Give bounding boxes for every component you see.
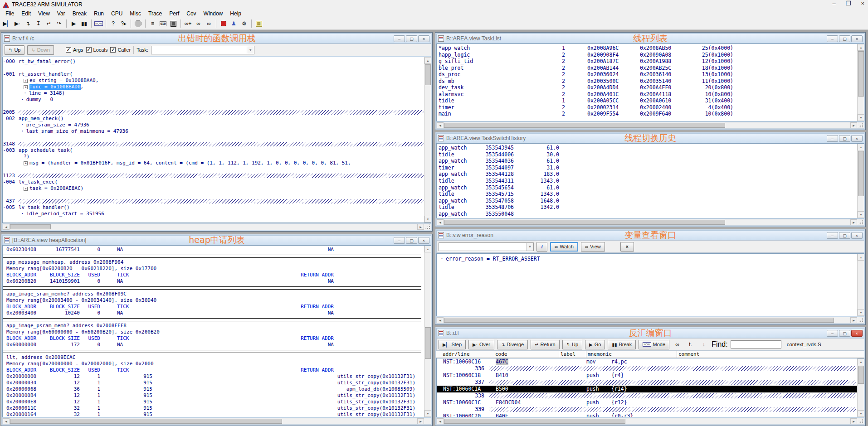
watch-vscrollbar[interactable]: ▲ ▼ — [857, 254, 864, 316]
window-maximize-button[interactable]: ❐ — [846, 0, 851, 7]
scroll-right-icon[interactable]: ▶ — [850, 219, 857, 225]
scroll-right-icon[interactable]: ▶ — [850, 317, 857, 323]
scroll-right-icon[interactable]: ▶ — [850, 418, 857, 424]
chevron-down-icon[interactable]: ▼ — [247, 46, 254, 54]
disasm-instruction-row[interactable]: NST:10060C1AB500push{r14} — [437, 386, 857, 392]
disasm-source-line-row[interactable]: 337 — [437, 379, 857, 386]
close-icon[interactable]: × — [418, 237, 429, 244]
watch-add-icon[interactable]: ∞+ — [183, 19, 193, 29]
scroll-right-icon[interactable]: ▶ — [417, 418, 424, 424]
disasm-source-line-row[interactable]: 336 — [437, 365, 857, 372]
go-icon[interactable]: ▶ — [68, 19, 79, 29]
callstack-hscrollbar[interactable]: ◀ ▶ — [2, 223, 431, 230]
callstack-titlebar[interactable]: B::v.f /l /c 出错时的函数调用栈 – ▢ × — [2, 34, 431, 44]
menu-item-cpu[interactable]: CPU — [107, 10, 126, 18]
disasm-step-button[interactable]: ▶▏Step — [439, 340, 466, 349]
expand-icon[interactable]: + — [24, 187, 28, 191]
resize-grip[interactable] — [858, 317, 863, 323]
menu-item-window[interactable]: Window — [200, 10, 227, 18]
scroll-up-icon[interactable]: ▲ — [858, 254, 864, 261]
locals-checkbox[interactable]: ✓Locals — [86, 47, 108, 53]
watch-icon[interactable]: ∞ — [672, 340, 683, 349]
scroll-down-icon[interactable]: ▼ — [858, 309, 864, 316]
watch-button[interactable]: ∞Watch — [550, 242, 578, 252]
callstack-vscrollbar[interactable]: ▲ ▼ — [424, 57, 431, 223]
disasm-mode-button[interactable]: NO%Mode — [639, 340, 669, 349]
find-input[interactable] — [731, 340, 781, 349]
watch-content[interactable]: ·error_reason = RT_ERROR_ASSERT — [437, 254, 857, 316]
disasm-instruction-row[interactable]: NST:10060C16467Cmovr4,pc — [437, 358, 857, 365]
table-row[interactable]: happ_logic20x200908F40x20090A0825(0x1000… — [437, 52, 857, 58]
disasm-hscrollbar[interactable]: ◀ ▶ — [436, 418, 864, 425]
resize-grip[interactable] — [858, 122, 863, 128]
table-row[interactable]: app_watch35354403661.0 — [437, 158, 857, 165]
minimize-icon[interactable]: – — [827, 330, 838, 337]
scroll-down-icon[interactable]: ▼ — [858, 114, 864, 121]
stack-down-button[interactable]: ↳Down — [27, 45, 54, 55]
expand-icon[interactable]: + — [24, 85, 28, 89]
step-return-icon[interactable]: ↧ — [33, 19, 44, 29]
scroll-down-icon[interactable]: ▼ — [424, 216, 431, 223]
maximize-icon[interactable]: ▢ — [406, 35, 417, 42]
close-icon[interactable]: × — [851, 135, 863, 142]
maximize-icon[interactable]: ▢ — [839, 135, 850, 142]
table-row[interactable]: app_watch353550048 — [437, 211, 857, 218]
go-return-icon[interactable]: ↵ — [44, 19, 54, 29]
table-row[interactable]: main20x2009F5540x2009F64010(0x800) — [437, 111, 857, 117]
maximize-icon[interactable]: ▢ — [839, 330, 850, 337]
scroll-up-icon[interactable]: ▲ — [424, 57, 431, 64]
menu-item-cov[interactable]: Cov — [183, 10, 200, 18]
view-list-icon[interactable]: ∞ — [204, 19, 214, 29]
scroll-left-icon[interactable]: ◀ — [437, 418, 444, 424]
expand-icon[interactable]: + — [24, 79, 28, 83]
table-row[interactable]: tidle10x200A05CC0x200A061031(0x400) — [437, 97, 857, 104]
watch-hscrollbar[interactable]: ◀ ▶ — [436, 317, 864, 324]
heap-titlebar[interactable]: [B::AREA.view heapAllocation] heap申请列表 –… — [2, 235, 431, 245]
scroll-down-icon[interactable]: ▼ — [858, 410, 864, 417]
menu-item-file[interactable]: File — [2, 10, 18, 18]
peripherals-icon[interactable]: ▦ — [254, 19, 264, 29]
expand-icon[interactable]: + — [24, 161, 28, 165]
scroll-up-icon[interactable]: ▲ — [858, 144, 864, 150]
help-icon[interactable]: ? — [108, 19, 118, 29]
table-row[interactable]: dev_task20x200A4DD40x200A4EF020(0x800) — [437, 84, 857, 91]
table-row[interactable]: tidle3535457151343.0 — [437, 191, 857, 198]
menu-item-view[interactable]: View — [34, 10, 54, 18]
menu-item-misc[interactable]: Misc — [126, 10, 145, 18]
step-diverge-icon[interactable]: ↴ — [23, 19, 33, 29]
table-row[interactable]: app_watch35354394561.0 — [437, 145, 857, 151]
memory-chip-icon[interactable] — [168, 19, 179, 29]
scroll-down-icon[interactable]: ▼ — [858, 211, 864, 218]
tools-icon[interactable]: ⚙ — [239, 19, 249, 29]
watch-list-icon[interactable]: ∞ — [193, 19, 204, 29]
taskswitch-hscrollbar[interactable]: ◀ ▶ — [436, 219, 864, 226]
close-icon[interactable]: × — [851, 232, 863, 239]
maximize-icon[interactable]: ▢ — [839, 232, 850, 239]
tasklist-rows[interactable]: *app_watch10x2008A96C0x2008AB5025(0x4000… — [437, 44, 857, 121]
disasm-vscrollbar[interactable]: ▲ ▼ — [857, 358, 864, 417]
disasm-up-button[interactable]: ↰Up — [562, 340, 582, 349]
data-dump-icon[interactable]: 010 — [158, 19, 168, 29]
watch-titlebar[interactable]: B::v.w error_reason 变量查看窗口 – ▢ × — [436, 230, 864, 240]
scroll-left-icon[interactable]: ◀ — [3, 418, 10, 424]
disasm-go-button[interactable]: ▶Go — [585, 340, 605, 349]
disasm-content[interactable]: NST:10060C16467Cmovr4,pc336NST:10060C18B… — [437, 358, 857, 417]
scroll-up-icon[interactable]: ▲ — [424, 246, 431, 252]
resize-grip[interactable] — [858, 418, 863, 424]
breakpoint-list-icon[interactable] — [218, 19, 229, 29]
resize-grip[interactable] — [425, 224, 430, 229]
disasm-instruction-row[interactable]: NST:10060C1CF84DCD04push{r12} — [437, 399, 857, 406]
disasm-instruction-row[interactable]: NST:10060C20B40Fpush{r0-r3} — [437, 413, 857, 417]
step-icon[interactable]: ▶▏ — [2, 19, 12, 29]
tasklist-titlebar[interactable]: B::AREA.view TaskList 线程列表 – ▢ × — [436, 34, 864, 44]
callstack-content[interactable]: -000rt_hw_fatal_error()-001rt_assert_han… — [3, 57, 424, 223]
menu-item-break[interactable]: Break — [69, 10, 90, 18]
top-icon[interactable]: t. — [685, 340, 696, 349]
minimize-icon[interactable]: – — [827, 35, 838, 42]
args-checkbox[interactable]: ✓Args — [66, 47, 83, 53]
menu-item-trace[interactable]: Trace — [145, 10, 166, 18]
system-icon[interactable]: ♟ — [229, 19, 239, 29]
minimize-icon[interactable]: – — [827, 232, 838, 239]
chevron-down-icon[interactable]: ▼ — [526, 243, 533, 251]
scroll-left-icon[interactable]: ◀ — [437, 219, 444, 225]
